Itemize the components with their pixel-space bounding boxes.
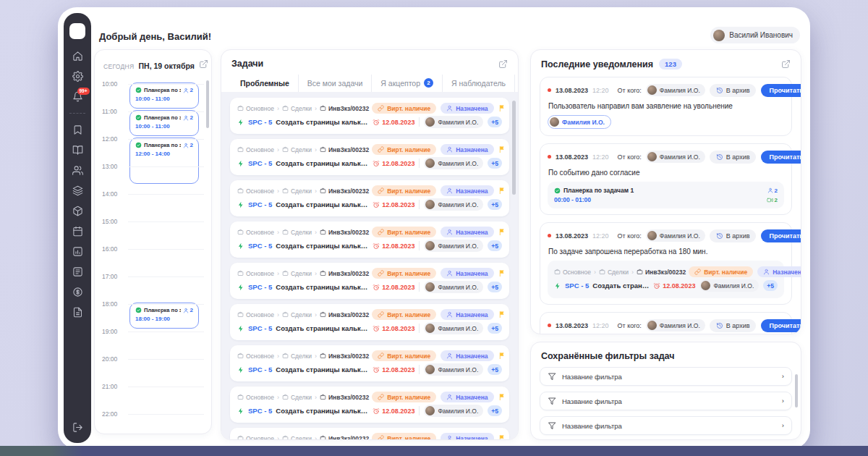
breadcrumb-item[interactable]: ИнвЗкз/00232 — [320, 187, 369, 195]
flag-icon[interactable] — [498, 187, 506, 195]
task-code[interactable]: SPC - 5 — [248, 324, 272, 332]
documents-icon[interactable] — [72, 307, 83, 318]
task-code[interactable]: SPC - 5 — [248, 200, 272, 208]
more-assignees-badge[interactable]: +5 — [488, 199, 502, 210]
assignee-chip[interactable]: Фамилия И.О. — [424, 240, 483, 252]
task-title[interactable]: Создать страницы калькулятора и чата — [276, 118, 369, 126]
task-title[interactable]: Создать страницы калькулятора и чата — [276, 242, 369, 250]
breadcrumb-item[interactable]: ИнвЗкз/00232 — [320, 105, 369, 112]
task-title[interactable]: Создать страницы калькулятора и чата — [276, 407, 369, 415]
user-menu[interactable]: Василий Иванович — [710, 27, 800, 43]
read-button[interactable]: Прочитать — [761, 84, 801, 97]
calendar-event[interactable]: Планерка по задачам 1 2 10:00 - 11:00 — [129, 83, 199, 109]
task-card[interactable]: Основное › Сделки › ИнвЗкз/00232 Вирт. н… — [230, 221, 509, 258]
task-code[interactable]: SPC - 5 — [248, 407, 272, 415]
task-card[interactable]: Основное › Сделки › ИнвЗкз/00232 Вирт. н… — [230, 304, 509, 340]
assignee-chip[interactable]: Фамилия И.О. — [424, 363, 483, 376]
tab-acceptor[interactable]: Я акцептор2 — [371, 75, 442, 94]
read-button[interactable]: Прочитать — [761, 151, 801, 164]
notifications-bell-icon[interactable]: 99+ — [72, 91, 83, 102]
task-code[interactable]: SPC - 5 — [248, 242, 272, 250]
read-button[interactable]: Прочитать — [761, 229, 801, 242]
flag-icon[interactable] — [498, 104, 506, 112]
products-icon[interactable] — [72, 206, 83, 216]
sender-chip[interactable]: Фамилия И.О. — [646, 319, 705, 332]
employee-chip[interactable]: Фамилия И.О. — [548, 115, 611, 129]
task-code[interactable]: SPC - 5 — [248, 159, 272, 167]
task-title[interactable]: Создать страницы калькулятора и чата — [276, 366, 369, 373]
breadcrumb-item[interactable]: Основное — [237, 435, 274, 440]
breadcrumb-item[interactable]: ИнвЗкз/00232 — [320, 146, 369, 153]
task-code[interactable]: SPC - 5 — [248, 283, 272, 291]
flag-icon[interactable] — [498, 228, 506, 236]
breadcrumb-item[interactable]: ИнвЗкз/00232 — [320, 394, 369, 401]
calendar-scrollbar[interactable] — [206, 80, 209, 128]
tasks-scrollbar[interactable] — [512, 101, 516, 195]
breadcrumb-item[interactable]: Основное — [237, 352, 274, 360]
breadcrumb-item[interactable]: Основное — [237, 270, 274, 277]
task-card[interactable]: Основное › Сделки › ИнвЗкз/00232 Вирт. н… — [230, 263, 509, 299]
assignee-chip[interactable]: Фамилия И.О. — [424, 116, 483, 128]
calendar-event[interactable]: Планерка по задачам 1 2 18:00 - 19:00 — [129, 303, 199, 329]
calendar-open-icon[interactable] — [199, 59, 208, 69]
more-assignees-badge[interactable]: +5 — [488, 158, 502, 169]
flag-icon[interactable] — [498, 145, 506, 153]
bookmarks-icon[interactable] — [72, 124, 83, 135]
read-button[interactable]: Прочитать — [761, 319, 801, 332]
breadcrumb-item[interactable]: Основное — [237, 229, 274, 236]
notification-item[interactable]: 13.08.2023 12:20 От кого: Фамилия И.О. В… — [540, 312, 792, 334]
saved-filter-item[interactable]: Название фильтра › — [540, 416, 792, 435]
notification-item[interactable]: 13.08.2023 12:20 От кого: Фамилия И.О. В… — [540, 143, 792, 215]
task-card[interactable]: Основное › Сделки › ИнвЗкз/00232 Вирт. н… — [230, 98, 509, 134]
notifications-open-icon[interactable] — [781, 59, 791, 69]
tab-problem-tasks[interactable]: Проблемные — [231, 75, 298, 94]
breadcrumb-item[interactable]: Сделки — [282, 187, 312, 195]
calendar-event[interactable]: Планерка по задачам 1 2 10:00 - 11:00 — [129, 110, 199, 136]
breadcrumb-item[interactable]: ИнвЗкз/00232 — [320, 311, 369, 318]
task-code[interactable]: SPC - 5 — [565, 282, 589, 290]
breadcrumb-item[interactable]: Основное — [554, 269, 591, 276]
task-card[interactable]: Основное › Сделки › ИнвЗкз/00232 Вирт. н… — [230, 180, 509, 216]
saved-filter-item[interactable]: Название фильтра › — [540, 367, 792, 386]
archive-button[interactable]: В архив — [710, 319, 757, 332]
saved-filter-item[interactable]: Название фильтра › — [540, 392, 792, 410]
task-title[interactable]: Создать страницы калькулятора и чата — [276, 159, 369, 167]
breadcrumb-item[interactable]: Сделки — [282, 311, 312, 318]
flag-icon[interactable] — [498, 352, 506, 360]
tab-observer[interactable]: Я наблюдатель — [442, 75, 514, 94]
sender-chip[interactable]: Фамилия И.О. — [646, 151, 705, 163]
task-title[interactable]: Создать страницы калькулятора и чата — [276, 200, 369, 208]
notification-task-card[interactable]: Основное › Сделки › ИнвЗкз/00232 Вирт. н… — [548, 261, 784, 298]
breadcrumb-item[interactable]: ИнвЗкз/00232 — [320, 229, 369, 236]
tab-all-my-tasks[interactable]: Все мои задачи — [298, 75, 372, 94]
calendar-event[interactable]: Планерка по задачам 1 2 12:00 - 14:00 — [129, 138, 199, 184]
more-assignees-badge[interactable]: +5 — [488, 405, 502, 416]
task-card[interactable]: Основное › Сделки › ИнвЗкз/00232 Вирт. н… — [230, 428, 509, 439]
breadcrumb-item[interactable]: Сделки — [282, 270, 312, 277]
assignee-chip[interactable]: Фамилия И.О. — [424, 281, 483, 293]
app-logo[interactable] — [69, 23, 85, 39]
more-assignees-badge[interactable]: +5 — [488, 364, 502, 375]
breadcrumb-item[interactable]: Сделки — [282, 105, 312, 112]
breadcrumb-item[interactable]: ИнвЗкз/00232 — [320, 352, 369, 360]
sender-chip[interactable]: Фамилия И.О. — [646, 84, 705, 96]
knowledge-base-icon[interactable] — [72, 145, 83, 156]
breadcrumb-item[interactable]: Сделки — [282, 229, 312, 236]
more-assignees-badge[interactable]: +5 — [763, 280, 778, 291]
more-assignees-badge[interactable]: +5 — [488, 323, 502, 334]
finance-icon[interactable] — [72, 287, 83, 297]
flag-icon[interactable] — [498, 311, 506, 318]
breadcrumb-item[interactable]: ИнвЗкз/00232 — [320, 270, 369, 277]
more-assignees-badge[interactable]: +5 — [488, 240, 502, 251]
assignee-chip[interactable]: Фамилия И.О. — [424, 322, 483, 334]
calendar-icon[interactable] — [72, 226, 83, 237]
breadcrumb-item[interactable]: ИнвЗкз/00232 — [637, 269, 686, 276]
notification-event-card[interactable]: Планерка по задачам 1 2 00:00 - 01:00 2 — [548, 182, 784, 208]
settings-icon[interactable] — [72, 71, 83, 82]
assignee-chip[interactable]: Фамилия И.О. — [424, 157, 483, 169]
filters-scrollbar[interactable] — [795, 374, 798, 408]
flag-icon[interactable] — [498, 393, 506, 401]
analytics-icon[interactable] — [72, 246, 83, 257]
task-code[interactable]: SPC - 5 — [248, 366, 272, 373]
more-assignees-badge[interactable]: +5 — [488, 282, 502, 292]
